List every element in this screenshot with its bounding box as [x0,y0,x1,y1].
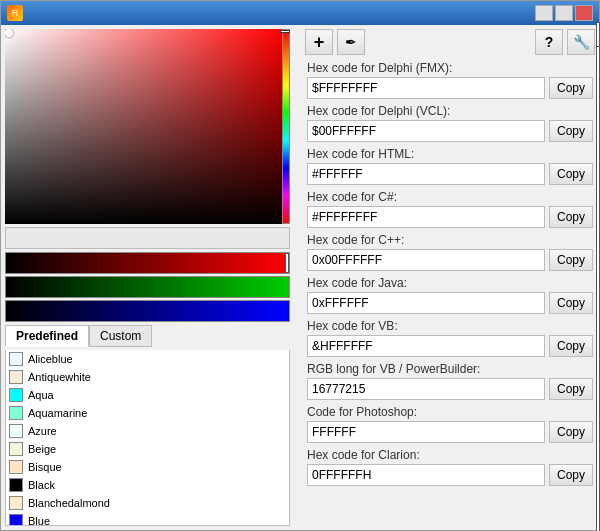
hue-cursor [280,30,290,33]
slider-section [5,252,290,322]
hex-input-row: Copy [307,249,593,271]
copy-button[interactable]: Copy [549,335,593,357]
copy-button[interactable]: Copy [549,206,593,228]
list-item[interactable]: Blanchedalmond [6,494,289,512]
list-item[interactable]: Azure [6,422,289,440]
list-item[interactable]: Antiquewhite [6,368,289,386]
list-item[interactable]: Beige [6,440,289,458]
action-buttons: + ✒ [305,29,365,55]
tab-custom[interactable]: Custom [89,325,152,347]
title-bar: R [1,1,599,25]
hex-input-row: Copy [307,421,593,443]
color-name: Beige [28,443,56,455]
hex-row: Hex code for Clarion:Copy [307,448,593,486]
list-item[interactable]: Aquamarine [6,404,289,422]
copy-button[interactable]: Copy [549,421,593,443]
color-name: Aquamarine [28,407,87,419]
color-picker-area[interactable] [5,29,290,224]
help-button[interactable]: ? [535,29,563,55]
close-button[interactable] [575,5,593,21]
color-swatch [9,478,23,492]
red-handle [285,253,289,273]
list-item[interactable]: Blue [6,512,289,526]
hex-label: Hex code for C++: [307,233,593,247]
app-icon: R [7,5,23,21]
color-swatch [9,370,23,384]
hex-label: Hex code for Delphi (FMX): [307,61,593,75]
color-swatch [9,406,23,420]
hex-input-row: Copy [307,335,593,357]
utility-buttons: ? 🔧 [535,29,595,55]
copy-button[interactable]: Copy [549,378,593,400]
hex-label: Hex code for Java: [307,276,593,290]
hex-input-row: Copy [307,378,593,400]
add-color-button[interactable]: + [305,29,333,55]
green-slider-row[interactable] [5,276,290,298]
copy-button[interactable]: Copy [549,292,593,314]
list-item[interactable]: Black [6,476,289,494]
blue-slider[interactable] [5,300,290,322]
right-panel: + ✒ ? 🔧 Hex code for Delphi (FMX):CopyHe… [301,25,599,530]
hex-value-input[interactable] [307,421,545,443]
color-name: Bisque [28,461,62,473]
red-slider[interactable] [5,252,290,274]
eyedropper-button[interactable]: ✒ [337,29,365,55]
hex-row: Hex code for VB:Copy [307,319,593,357]
hex-input-row: Copy [307,292,593,314]
hex-label: Code for Photoshop: [307,405,593,419]
copy-button[interactable]: Copy [549,464,593,486]
maximize-button[interactable] [555,5,573,21]
hex-row: Hex code for Java:Copy [307,276,593,314]
hex-value-input[interactable] [307,378,545,400]
hex-value-input[interactable] [307,77,545,99]
color-name: Aliceblue [28,353,73,365]
color-swatch [9,352,23,366]
copy-button[interactable]: Copy [549,120,593,142]
hex-entries: Hex code for Delphi (FMX):CopyHex code f… [301,61,599,530]
hex-row: Hex code for C++:Copy [307,233,593,271]
hex-label: Hex code for VB: [307,319,593,333]
hex-label: Hex code for HTML: [307,147,593,161]
hex-value-input[interactable] [307,163,545,185]
hex-row: Hex code for Delphi (FMX):Copy [307,61,593,99]
hex-label: Hex code for Delphi (VCL): [307,104,593,118]
list-item[interactable]: Aliceblue [6,350,289,368]
hex-value-input[interactable] [307,464,545,486]
hex-value-input[interactable] [307,292,545,314]
color-swatch [9,442,23,456]
color-gradient[interactable] [5,29,282,224]
settings-button[interactable]: 🔧 [567,29,595,55]
hex-input-row: Copy [307,464,593,486]
hex-value-input[interactable] [307,206,545,228]
tab-predefined[interactable]: Predefined [5,325,89,347]
color-swatch [9,460,23,474]
color-swatch [9,424,23,438]
color-name: Aqua [28,389,54,401]
list-item[interactable]: Aqua [6,386,289,404]
hex-value-input[interactable] [307,335,545,357]
hex-value-input[interactable] [307,249,545,271]
hue-strip[interactable] [282,29,290,224]
color-name: Antiquewhite [28,371,91,383]
blue-slider-row[interactable] [5,300,290,322]
color-list-container[interactable]: AliceblueAntiquewhiteAquaAquamarineAzure… [5,350,290,526]
hex-row: Hex code for C#:Copy [307,190,593,228]
hex-row: Code for Photoshop:Copy [307,405,593,443]
hex-label: Hex code for C#: [307,190,593,204]
picker-cursor[interactable] [5,29,13,37]
hex-input-row: Copy [307,206,593,228]
copy-button[interactable]: Copy [549,249,593,271]
green-slider[interactable] [5,276,290,298]
hex-label: Hex code for Clarion: [307,448,593,462]
color-swatch [9,388,23,402]
title-bar-left: R [7,5,28,21]
hex-value-input[interactable] [307,120,545,142]
list-item[interactable]: Bisque [6,458,289,476]
hex-input-row: Copy [307,77,593,99]
color-swatch [9,496,23,510]
red-slider-row[interactable] [5,252,290,274]
color-name: Blue [28,515,50,526]
copy-button[interactable]: Copy [549,163,593,185]
copy-button[interactable]: Copy [549,77,593,99]
minimize-button[interactable] [535,5,553,21]
